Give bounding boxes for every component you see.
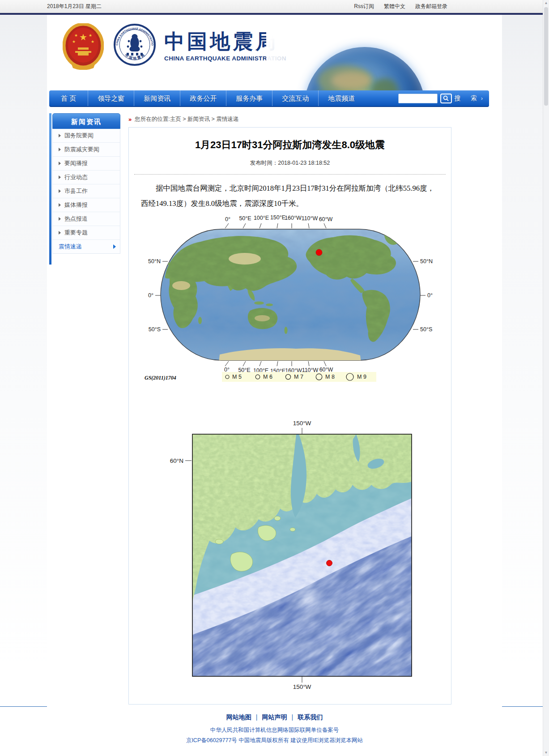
- footer-separator: |: [292, 713, 294, 722]
- sidebar-item-key-news[interactable]: 要闻播报: [53, 157, 120, 171]
- site-header: ★ ★ ★ ★ ★ CHINA EARTHQUAKE ADMINISTRATI: [47, 14, 502, 90]
- svg-text:60°W: 60°W: [319, 216, 332, 222]
- svg-text:★: ★: [91, 39, 94, 44]
- search-button[interactable]: [440, 94, 452, 103]
- sidebar-title: 新闻资讯: [52, 113, 120, 129]
- search-icon: [443, 95, 449, 101]
- world-top-labels: 0° 50°E 100°E 150°E 160°W 110°W 60°W: [225, 215, 333, 222]
- nav-interaction[interactable]: 交流互动: [272, 90, 318, 106]
- sidebar-item-important-subjects[interactable]: 重要专题: [53, 226, 120, 240]
- nav-earthquake-channel[interactable]: 地震频道: [318, 90, 364, 106]
- world-epicenter-marker: [316, 249, 322, 256]
- triangle-bullet-icon: [59, 231, 61, 235]
- sidebar-item-label: 重要专题: [64, 229, 88, 237]
- site-wrapper: ★ ★ ★ ★ ★ CHINA EARTHQUAKE ADMINISTRATI: [47, 14, 502, 709]
- svg-text:0°: 0°: [225, 216, 230, 222]
- nav-home[interactable]: 首 页: [49, 90, 88, 106]
- search-area: 搜 索 ›: [398, 90, 489, 106]
- search-input[interactable]: [398, 94, 438, 103]
- regional-bottom-label: 150°W: [293, 683, 311, 690]
- sidebar-item-label: 震情速递: [59, 243, 82, 251]
- footer-contact-link[interactable]: 联系我们: [298, 713, 323, 722]
- rss-link[interactable]: Rss订阅: [354, 3, 374, 10]
- vertical-scrollbar[interactable]: ▲ ▼: [543, 0, 549, 756]
- main-column: » 您所在的位置:主页 > 新闻资讯 > 震情速递 1月23日17时31分阿拉斯…: [128, 107, 451, 705]
- nav-news[interactable]: 新闻资讯: [134, 90, 180, 106]
- sidebar-item-industry-trends[interactable]: 行业动态: [53, 171, 120, 184]
- site-brand: 中国地震局 CHINA EARTHQUAKE ADMINISTRATION: [164, 30, 286, 62]
- content-area: 新闻资讯 国务院要闻 防震减灾要闻 要闻播报 行业动态: [47, 107, 502, 709]
- traditional-chinese-link[interactable]: 繁體中文: [384, 3, 405, 10]
- cea-seal: CHINA EARTHQUAKE ADMINISTRATION 中 国 地 震 …: [113, 23, 156, 68]
- article-panel: 1月23日17时31分阿拉斯加湾发生8.0级地震 发布时间：2018-01-23…: [128, 127, 451, 705]
- sidebar-item-state-council-news[interactable]: 国务院要闻: [53, 129, 120, 143]
- sidebar-item-label: 热点报道: [64, 215, 88, 223]
- sidebar-item-city-county-work[interactable]: 市县工作: [53, 184, 120, 198]
- nav-leadership[interactable]: 领导之窗: [88, 90, 134, 106]
- sidebar-item-label: 国务院要闻: [64, 132, 94, 140]
- svg-text:150°E: 150°E: [270, 215, 285, 221]
- scrollbar-thumb[interactable]: [544, 7, 548, 106]
- triangle-bullet-icon: [59, 162, 61, 165]
- svg-text:50°S: 50°S: [148, 326, 160, 333]
- search-text-button[interactable]: 搜 索: [455, 94, 481, 103]
- svg-text:M 7: M 7: [294, 374, 303, 380]
- sidebar-item-hot-topics[interactable]: 热点报道: [53, 212, 120, 226]
- magnitude-legend: M 5 M 6 M 7 M 8 M 9: [222, 372, 376, 382]
- svg-text:50°S: 50°S: [420, 326, 432, 333]
- article-title: 1月23日17时31分阿拉斯加湾发生8.0级地震: [129, 138, 451, 152]
- site-footer: 网站地图 | 网站声明 | 联系我们 中华人民共和国计算机信息网络国际联网单位备…: [0, 706, 549, 756]
- active-arrow-icon: [113, 244, 116, 249]
- svg-text:★: ★: [79, 32, 87, 42]
- triangle-bullet-icon: [59, 148, 61, 151]
- regional-left-label: 60°N: [170, 457, 183, 464]
- article-body: 据中国地震台网测定，北京时间2018年1月23日17时31分在阿拉斯加湾（北纬5…: [141, 181, 439, 211]
- svg-text:M 9: M 9: [357, 374, 366, 380]
- breadcrumb-marker-icon: »: [128, 116, 132, 123]
- publish-time: 发布时间：2018-01-23 18:18:52: [129, 159, 451, 167]
- sidebar-menu: 国务院要闻 防震减灾要闻 要闻播报 行业动态 市县工作: [52, 129, 120, 254]
- triangle-bullet-icon: [59, 134, 61, 137]
- regional-top-label: 150°W: [293, 420, 311, 427]
- footer-sitemap-link[interactable]: 网站地图: [226, 713, 251, 722]
- svg-text:0°: 0°: [148, 292, 153, 299]
- svg-text:60°W: 60°W: [319, 367, 333, 373]
- search-arrow-icon[interactable]: ›: [481, 95, 483, 102]
- main-navigation: 首 页 领导之窗 新闻资讯 政务公开 服务办事 交流互动 地震频道 搜 索 ›: [49, 90, 489, 107]
- sidebar-item-earthquake-express-active[interactable]: 震情速递: [53, 240, 120, 253]
- map-credit: GS(2011)1704: [145, 375, 176, 381]
- gov-mail-login-link[interactable]: 政务邮箱登录: [415, 3, 447, 10]
- footer-separator: |: [256, 713, 258, 722]
- scrollbar-up-arrow-icon[interactable]: ▲: [543, 0, 549, 6]
- svg-text:100°E: 100°E: [253, 215, 268, 221]
- regional-epicenter-marker: [327, 560, 332, 566]
- triangle-bullet-icon: [59, 175, 61, 179]
- svg-text:★: ★: [89, 33, 92, 38]
- site-title-cn: 中国地震局: [164, 30, 286, 53]
- top-utility-bar: 2018年1月23日 星期二 Rss订阅 繁體中文 政务邮箱登录: [0, 0, 549, 13]
- current-date: 2018年1月23日 星期二: [47, 3, 102, 10]
- svg-text:★: ★: [74, 33, 78, 38]
- svg-text:50°N: 50°N: [420, 258, 433, 265]
- scrollbar-down-arrow-icon[interactable]: ▼: [543, 750, 549, 756]
- triangle-bullet-icon: [59, 189, 61, 193]
- sidebar-item-label: 市县工作: [64, 187, 88, 195]
- sidebar: 新闻资讯 国务院要闻 防震减灾要闻 要闻播报 行业动态: [52, 113, 120, 254]
- nav-gov-affairs[interactable]: 政务公开: [180, 90, 226, 106]
- footer-registration-line: 中华人民共和国计算机信息网络国际联网单位备案号: [0, 726, 549, 734]
- breadcrumb-text[interactable]: 您所在的位置:主页 > 新闻资讯 > 震情速递: [135, 115, 238, 123]
- sidebar-item-media-report[interactable]: 媒体播报: [53, 198, 120, 212]
- sidebar-item-disaster-reduction-news[interactable]: 防震减灾要闻: [53, 143, 120, 157]
- sidebar-item-label: 防震减灾要闻: [64, 145, 99, 154]
- svg-text:0°: 0°: [427, 292, 433, 299]
- svg-text:★: ★: [72, 39, 76, 44]
- nav-services[interactable]: 服务办事: [226, 90, 272, 106]
- svg-text:160°W: 160°W: [285, 215, 302, 221]
- footer-statement-link[interactable]: 网站声明: [262, 713, 287, 722]
- publish-time-value: 2018-01-23 18:18:52: [278, 160, 330, 166]
- regional-map-figure: 150°W 60°N 150°W: [165, 393, 415, 692]
- sidebar-item-label: 要闻播报: [64, 159, 88, 167]
- sidebar-item-label: 媒体播报: [64, 201, 88, 209]
- navy-divider: [0, 13, 549, 15]
- dotted-divider: [134, 174, 446, 175]
